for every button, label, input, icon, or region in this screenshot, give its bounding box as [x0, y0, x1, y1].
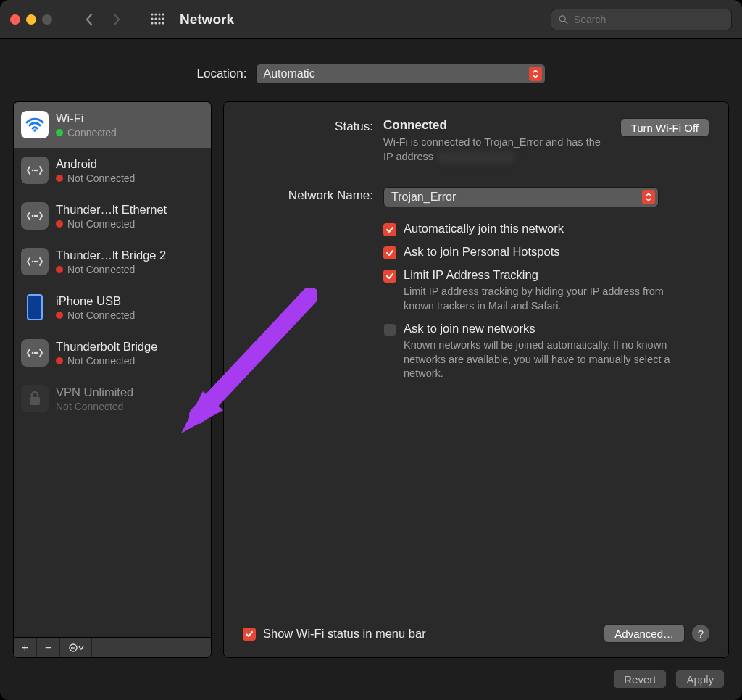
sidebar-item-vpn-unlimited[interactable]: VPN UnlimitedNot Connected: [14, 376, 211, 422]
service-name: Thunder…lt Ethernet: [56, 203, 167, 217]
sidebar-item-thunderbolt-bridge[interactable]: Thunderbolt BridgeNot Connected: [14, 330, 211, 376]
eth-icon: [21, 248, 49, 275]
svg-point-8: [151, 22, 153, 24]
svg-point-18: [32, 215, 34, 217]
service-status: Not Connected: [56, 264, 166, 275]
option-checkbox[interactable]: [383, 270, 396, 283]
status-dot: [56, 129, 63, 136]
location-label: Location:: [197, 67, 247, 81]
svg-point-2: [158, 13, 160, 15]
service-status: Not Connected: [56, 309, 135, 321]
svg-point-20: [36, 215, 38, 217]
service-detail-panel: Status: Connected Wi-Fi is connected to …: [223, 101, 729, 658]
lock-icon: [21, 385, 49, 412]
sidebar-toolbar: + −: [14, 637, 211, 657]
location-row: Location: Automatic: [13, 64, 729, 84]
zoom-button[interactable]: [42, 14, 52, 25]
svg-point-17: [36, 170, 38, 172]
svg-point-19: [34, 215, 36, 217]
status-dot: [56, 220, 63, 228]
sidebar-item-android[interactable]: AndroidNot Connected: [14, 148, 211, 193]
option-label: Ask to join Personal Hotspots: [404, 245, 560, 259]
titlebar: Network: [0, 0, 742, 39]
network-name-select[interactable]: Trojan_Error: [383, 187, 659, 207]
service-status: Not Connected: [56, 172, 135, 184]
options: Automatically join this networkAsk to jo…: [243, 222, 709, 381]
toggle-wifi-button[interactable]: Turn Wi-Fi Off: [620, 118, 709, 137]
help-button[interactable]: ?: [692, 625, 709, 642]
option-description: Limit IP address tracking by hiding your…: [404, 285, 679, 313]
option-label: Ask to join new networks: [404, 322, 679, 336]
status-value: Connected: [383, 118, 607, 133]
svg-point-7: [162, 17, 164, 20]
iphone-icon: [27, 294, 43, 320]
svg-point-29: [70, 647, 72, 649]
service-status: Not Connected: [56, 401, 133, 412]
sidebar-item-iphone-usb[interactable]: iPhone USBNot Connected: [14, 285, 211, 330]
option-label: Automatically join this network: [404, 222, 564, 236]
option-checkbox[interactable]: [383, 323, 396, 336]
option-row: Automatically join this network: [383, 222, 709, 236]
service-status: Not Connected: [56, 218, 167, 230]
chevron-up-down-icon: [642, 190, 655, 204]
service-name: VPN Unlimited: [56, 386, 133, 399]
svg-point-6: [158, 17, 160, 20]
search-input[interactable]: [572, 13, 724, 26]
show-all-button[interactable]: [146, 9, 168, 30]
apply-button[interactable]: Apply: [675, 670, 725, 688]
sidebar-item-thunder-lt-ethernet[interactable]: Thunder…lt EthernetNot Connected: [14, 193, 211, 239]
svg-point-9: [154, 22, 157, 24]
svg-line-13: [564, 21, 567, 24]
close-button[interactable]: [10, 14, 20, 25]
svg-point-30: [72, 647, 74, 649]
svg-point-25: [34, 352, 36, 354]
svg-point-26: [36, 352, 38, 354]
service-status: Not Connected: [56, 355, 157, 367]
svg-point-3: [162, 13, 164, 15]
svg-rect-27: [30, 397, 40, 405]
eth-icon: [21, 157, 49, 184]
option-row: Ask to join Personal Hotspots: [383, 245, 709, 259]
svg-point-16: [34, 170, 36, 172]
status-dot: [56, 357, 63, 364]
option-checkbox[interactable]: [383, 246, 396, 259]
service-name: Wi-Fi: [56, 112, 117, 125]
remove-service-button[interactable]: −: [37, 638, 60, 657]
svg-point-11: [162, 22, 164, 24]
service-name: iPhone USB: [56, 294, 135, 308]
show-menubar-checkbox[interactable]: [243, 628, 256, 641]
status-dot: [56, 175, 63, 182]
option-row: Ask to join new networksKnown networks w…: [383, 322, 709, 381]
sidebar-item-wi-fi[interactable]: Wi-FiConnected: [14, 102, 211, 148]
svg-point-23: [36, 261, 38, 263]
svg-point-21: [32, 261, 34, 263]
location-select[interactable]: Automatic: [256, 64, 546, 84]
search-field[interactable]: [551, 9, 732, 30]
minimize-button[interactable]: [26, 14, 36, 25]
eth-icon: [21, 202, 49, 230]
chevron-up-down-icon: [529, 67, 542, 81]
service-status: Connected: [56, 127, 117, 138]
add-service-button[interactable]: +: [14, 638, 37, 657]
sidebar-item-thunder-lt-bridge-2[interactable]: Thunder…lt Bridge 2Not Connected: [14, 239, 211, 285]
advanced-button[interactable]: Advanced…: [604, 624, 685, 643]
services-sidebar: Wi-FiConnectedAndroidNot ConnectedThunde…: [13, 101, 212, 658]
revert-button[interactable]: Revert: [613, 670, 667, 688]
option-checkbox[interactable]: [383, 223, 396, 236]
network-name-value: Trojan_Error: [391, 191, 456, 204]
search-icon: [559, 14, 568, 25]
svg-point-5: [154, 17, 157, 20]
status-dot: [56, 312, 63, 319]
footer: Revert Apply: [13, 658, 729, 690]
ip-address-redacted: [436, 151, 516, 164]
status-description: Wi-Fi is connected to Trojan_Error and h…: [383, 136, 607, 164]
option-row: Limit IP Address TrackingLimit IP addres…: [383, 268, 709, 313]
forward-button[interactable]: [104, 9, 129, 30]
back-button[interactable]: [77, 9, 101, 30]
svg-point-1: [154, 13, 157, 15]
nav-buttons: [77, 9, 129, 30]
eth-icon: [21, 339, 49, 367]
more-actions-button[interactable]: [60, 638, 92, 657]
svg-point-15: [32, 170, 34, 172]
service-name: Thunderbolt Bridge: [56, 340, 157, 354]
